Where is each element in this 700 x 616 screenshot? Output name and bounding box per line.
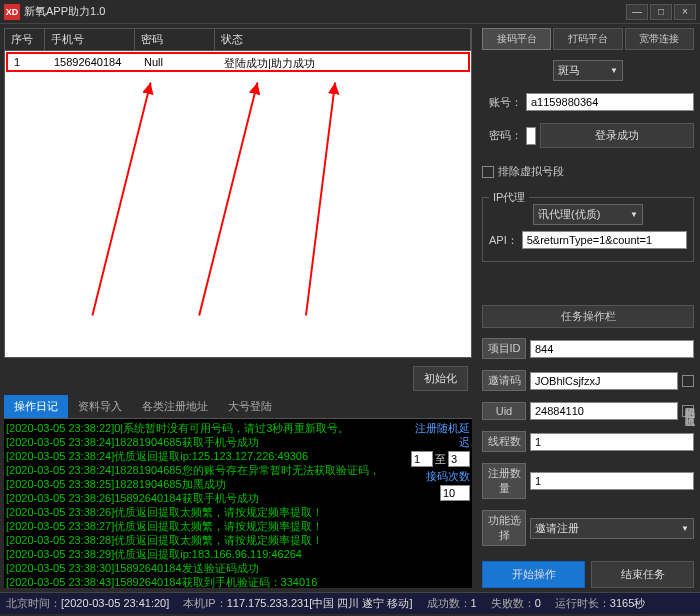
chevron-down-icon: ▼ <box>610 66 618 75</box>
recv-count-input[interactable] <box>440 485 470 501</box>
tab-addresses[interactable]: 各类注册地址 <box>132 395 218 418</box>
minimize-button[interactable]: — <box>626 4 648 20</box>
invite-label: 邀请码 <box>482 370 526 391</box>
reg-count-label: 注册数量 <box>482 463 526 499</box>
project-id-input[interactable] <box>530 340 694 358</box>
ip-label: 本机IP： <box>183 597 226 609</box>
chevron-down-icon: ▼ <box>681 524 689 533</box>
log-line: [2020-03-05 23:38:27]优质返回提取太频繁，请按规定频率提取！ <box>6 519 470 533</box>
exclude-virtual-label: 排除虚拟号段 <box>498 164 564 179</box>
delay-from-input[interactable] <box>411 451 433 467</box>
reg-count-input[interactable] <box>530 472 694 490</box>
table-row[interactable]: 1 15892640184 Null 登陆成功|助力成功 <box>6 52 470 72</box>
lower-tabs: 操作日记 资料导入 各类注册地址 大号登陆 <box>4 395 472 419</box>
recv-count-link[interactable]: 接码次数 <box>410 469 470 483</box>
fail-value: 0 <box>535 597 541 609</box>
func-label: 功能选择 <box>482 510 526 546</box>
status-bar: 北京时间：[2020-03-05 23:41:20] 本机IP：117.175.… <box>0 592 700 614</box>
tab-broadband[interactable]: 宽带连接 <box>625 28 694 50</box>
log-line: [2020-03-05 23:38:43]15892640184获取到手机验证码… <box>6 575 470 588</box>
chevron-down-icon: ▼ <box>630 210 638 219</box>
random-pwd-checkbox[interactable] <box>682 375 694 387</box>
col-seq[interactable]: 序号 <box>5 29 45 50</box>
svg-line-0 <box>92 83 150 316</box>
uid-input[interactable] <box>530 402 678 420</box>
log-line: [2020-03-05 23:38:30]15892640184发送验证码成功 <box>6 561 470 575</box>
platform-select[interactable]: 斑马▼ <box>553 60 623 81</box>
col-phone[interactable]: 手机号 <box>45 29 135 50</box>
proxy-group-title: IP代理 <box>489 190 529 205</box>
log-line: [2020-03-05 23:38:24]18281904685获取手机号成功 <box>6 435 470 449</box>
svg-line-1 <box>199 83 257 316</box>
tab-import[interactable]: 资料导入 <box>68 395 132 418</box>
register-delay-link[interactable]: 注册随机延迟 <box>410 421 470 449</box>
api-input[interactable] <box>522 231 687 249</box>
api-label: API： <box>489 233 518 248</box>
tab-sms-platform[interactable]: 接码平台 <box>482 28 551 50</box>
exclude-virtual-checkbox[interactable] <box>482 166 494 178</box>
data-table[interactable]: 序号 手机号 密码 状态 1 15892640184 Null 登陆成功|助力成… <box>4 28 472 358</box>
invite-input[interactable] <box>530 372 678 390</box>
svg-line-2 <box>306 83 335 316</box>
proxy-select[interactable]: 讯代理(优质)▼ <box>533 204 643 225</box>
log-line: [2020-03-05 23:38:29]优质返回提取ip:183.166.96… <box>6 547 470 561</box>
init-button[interactable]: 初始化 <box>413 366 468 391</box>
task-header: 任务操作栏 <box>482 305 694 328</box>
maximize-button[interactable]: □ <box>650 4 672 20</box>
log-line: [2020-03-05 23:38:25]18281904685加黑成功 <box>6 477 470 491</box>
account-label: 账号： <box>482 95 522 110</box>
password-label: 密码： <box>482 128 522 143</box>
uid-label: Uid <box>482 402 526 420</box>
log-line: [2020-03-05 23:38:22]0|系统暂时没有可用号码，请过3秒再重… <box>6 421 470 435</box>
annotation-arrows <box>5 69 471 329</box>
tab-captcha-platform[interactable]: 打码平台 <box>553 28 622 50</box>
account-input[interactable] <box>526 93 694 111</box>
range-to-label: 至 <box>435 452 446 466</box>
time-label: 北京时间： <box>6 597 61 609</box>
login-button[interactable]: 登录成功 <box>540 123 694 148</box>
log-line: [2020-03-05 23:38:26]优质返回提取太频繁，请按规定频率提取！ <box>6 505 470 519</box>
cell-seq: 1 <box>8 54 48 70</box>
project-id-label: 项目ID <box>482 338 526 359</box>
threads-label: 线程数 <box>482 431 526 452</box>
right-tabs: 接码平台 打码平台 宽带连接 <box>482 28 694 50</box>
proxy-group: IP代理 讯代理(优质)▼ API： <box>482 197 694 262</box>
window-title: 新氧APP助力1.0 <box>24 4 626 19</box>
success-label: 成功数： <box>427 597 471 609</box>
fail-label: 失败数： <box>491 597 535 609</box>
col-status[interactable]: 状态 <box>215 29 471 50</box>
close-button[interactable]: × <box>674 4 696 20</box>
cell-status: 登陆成功|助力成功 <box>218 54 468 70</box>
log-line: [2020-03-05 23:38:24]优质返回提取ip:125.123.12… <box>6 449 470 463</box>
log-line: [2020-03-05 23:38:24]18281904685您的账号存在异常… <box>6 463 470 477</box>
runtime-value: 3165秒 <box>610 597 645 609</box>
ip-value: 117.175.233.231[中国 四川 遂宁 移动] <box>227 597 413 609</box>
log-panel[interactable]: [2020-03-05 23:38:22]0|系统暂时没有可用号码，请过3秒再重… <box>4 419 472 588</box>
runtime-label: 运行时长： <box>555 597 610 609</box>
delay-to-input[interactable] <box>448 451 470 467</box>
log-line: [2020-03-05 23:38:26]15892640184获取手机号成功 <box>6 491 470 505</box>
tab-log[interactable]: 操作日记 <box>4 395 68 418</box>
log-line: [2020-03-05 23:38:28]优质返回提取太频繁，请按规定频率提取！ <box>6 533 470 547</box>
app-icon: XD <box>4 4 20 20</box>
success-value: 1 <box>471 597 477 609</box>
tab-biglogin[interactable]: 大号登陆 <box>218 395 282 418</box>
threads-input[interactable] <box>530 433 694 451</box>
cell-phone: 15892640184 <box>48 54 138 70</box>
col-pwd[interactable]: 密码 <box>135 29 215 50</box>
password-input[interactable] <box>526 127 536 145</box>
func-select[interactable]: 邀请注册▼ <box>530 518 694 539</box>
time-value: [2020-03-05 23:41:20] <box>61 597 169 609</box>
end-button[interactable]: 结束任务 <box>591 561 694 588</box>
start-button[interactable]: 开始操作 <box>482 561 585 588</box>
cell-pwd: Null <box>138 54 218 70</box>
